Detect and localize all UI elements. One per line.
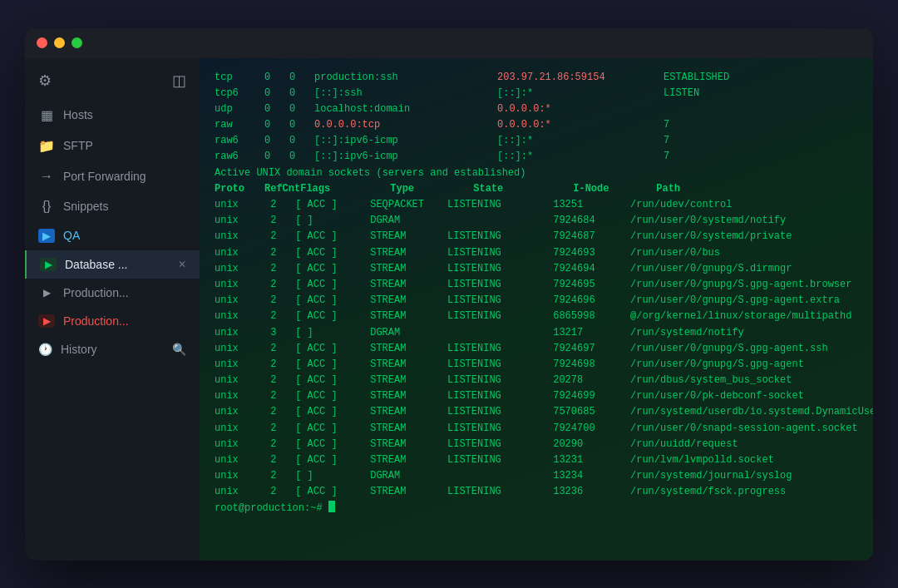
sidebar-item-label: Database ... — [65, 258, 128, 271]
sidebar-item-database[interactable]: ▶ Database ... ✕ — [25, 250, 200, 279]
traffic-lights — [37, 37, 82, 48]
screen-icon[interactable]: ◫ — [172, 72, 186, 90]
unix-line: unix 2 [ ACC ] STREAM LISTENING 7924697 … — [215, 341, 858, 357]
sftp-icon: 📁 — [38, 138, 55, 154]
database-icon: ▶ — [40, 258, 57, 271]
unix-line: unix 2 [ ACC ] STREAM LISTENING 7924700 … — [215, 421, 858, 437]
sidebar-item-production2[interactable]: ▶ Production... — [25, 307, 200, 335]
port-forwarding-icon: → — [38, 169, 55, 184]
unix-line: unix 2 [ ACC ] STREAM LISTENING 7924695 … — [215, 277, 858, 293]
sidebar-item-label: Production... — [63, 314, 129, 328]
unix-line: unix 2 [ ] DGRAM 7924684 /run/user/0/sys… — [215, 213, 858, 229]
cursor — [328, 501, 335, 512]
sidebar-item-label: SFTP — [63, 139, 93, 152]
unix-line: unix 2 [ ACC ] STREAM LISTENING 7924698 … — [215, 357, 858, 373]
maximize-button[interactable] — [72, 37, 82, 48]
unix-line: unix 2 [ ] DGRAM 13234 /run/systemd/jour… — [215, 468, 858, 484]
terminal-line: tcp 0 0 production:ssh 203.97.21.86:5915… — [215, 70, 858, 86]
unix-line: unix 2 [ ACC ] STREAM LISTENING 20290 /r… — [215, 437, 858, 452]
sidebar-item-qa[interactable]: ▶ QA — [25, 221, 200, 250]
sidebar-item-label: Snippets — [63, 200, 108, 213]
sidebar-item-port-forwarding[interactable]: → Port Forwarding — [25, 161, 200, 191]
unix-line: unix 2 [ ACC ] SEQPACKET LISTENING 13251… — [215, 197, 858, 213]
unix-line: unix 2 [ ACC ] STREAM LISTENING 7924694 … — [215, 261, 858, 277]
unix-lines-container: unix 2 [ ACC ] SEQPACKET LISTENING 13251… — [215, 197, 858, 501]
unix-line: unix 2 [ ACC ] STREAM LISTENING 7924696 … — [215, 293, 858, 309]
hosts-icon: ▦ — [38, 107, 55, 123]
titlebar — [25, 28, 873, 58]
terminal-line: udp 0 0 localhost:domain 0.0.0.0:* — [215, 101, 858, 117]
main-content: ⚙ ◫ ▦ Hosts 📁 SFTP → Port Forwarding {} … — [25, 58, 873, 561]
search-icon[interactable]: 🔍 — [172, 343, 186, 356]
sidebar-item-hosts[interactable]: ▦ Hosts — [25, 100, 200, 131]
unix-line: unix 2 [ ACC ] STREAM LISTENING 20278 /r… — [215, 373, 858, 388]
snippets-icon: {} — [38, 199, 55, 214]
unix-line: unix 2 [ ACC ] STREAM LISTENING 7924687 … — [215, 229, 858, 245]
sidebar-item-label: Port Forwarding — [63, 170, 146, 183]
unix-line: unix 2 [ ACC ] STREAM LISTENING 13231 /r… — [215, 452, 858, 468]
unix-header: Proto RefCnt Flags Type State I-Node Pat… — [215, 181, 858, 197]
sidebar: ⚙ ◫ ▦ Hosts 📁 SFTP → Port Forwarding {} … — [25, 58, 200, 561]
terminal-line: raw 0 0 0.0.0.0:tcp 0.0.0.0:* 7 — [215, 117, 858, 133]
section-header: Active UNIX domain sockets (servers and … — [215, 166, 858, 181]
qa-icon: ▶ — [38, 229, 55, 243]
unix-line: unix 2 [ ACC ] STREAM LISTENING 6865998 … — [215, 309, 858, 324]
sidebar-item-production1[interactable]: ▶ Production... — [25, 279, 200, 307]
unix-line: unix 2 [ ACC ] STREAM LISTENING 7924699 … — [215, 388, 858, 404]
close-button[interactable] — [37, 37, 47, 48]
unix-line: unix 2 [ ACC ] STREAM LISTENING 7570685 … — [215, 404, 858, 420]
terminal-line: raw6 0 0 [::]:ipv6-icmp [::]:* 7 — [215, 149, 858, 165]
settings-icon[interactable]: ⚙ — [38, 72, 52, 90]
unix-line: unix 3 [ ] DGRAM 13217 /run/systemd/noti… — [215, 325, 858, 341]
production1-icon: ▶ — [38, 287, 55, 299]
close-tab-icon[interactable]: ✕ — [178, 259, 186, 270]
production2-icon: ▶ — [38, 314, 55, 328]
unix-line: unix 2 [ ACC ] STREAM LISTENING 7924693 … — [215, 245, 858, 261]
history-icon: 🕐 — [38, 343, 52, 356]
main-window: ⚙ ◫ ▦ Hosts 📁 SFTP → Port Forwarding {} … — [25, 28, 873, 561]
terminal-line: tcp6 0 0 [::]:ssh [::]:* LISTEN — [215, 86, 858, 101]
minimize-button[interactable] — [54, 37, 65, 48]
sidebar-item-sftp[interactable]: 📁 SFTP — [25, 131, 200, 161]
terminal-line: raw6 0 0 [::]:ipv6-icmp [::]:* 7 — [215, 133, 858, 149]
terminal[interactable]: tcp 0 0 production:ssh 203.97.21.86:5915… — [200, 58, 873, 561]
history-label: History — [61, 343, 97, 356]
sidebar-top: ⚙ ◫ — [25, 65, 200, 100]
sidebar-item-label: Hosts — [63, 108, 93, 121]
unix-line: unix 2 [ ACC ] STREAM LISTENING 13236 /r… — [215, 484, 858, 500]
sidebar-item-history[interactable]: 🕐 History 🔍 — [25, 335, 200, 363]
prompt-line: root@production:~# — [215, 501, 858, 516]
sidebar-item-label: QA — [63, 229, 80, 242]
sidebar-item-label: Production... — [63, 286, 129, 299]
sidebar-item-snippets[interactable]: {} Snippets — [25, 191, 200, 221]
